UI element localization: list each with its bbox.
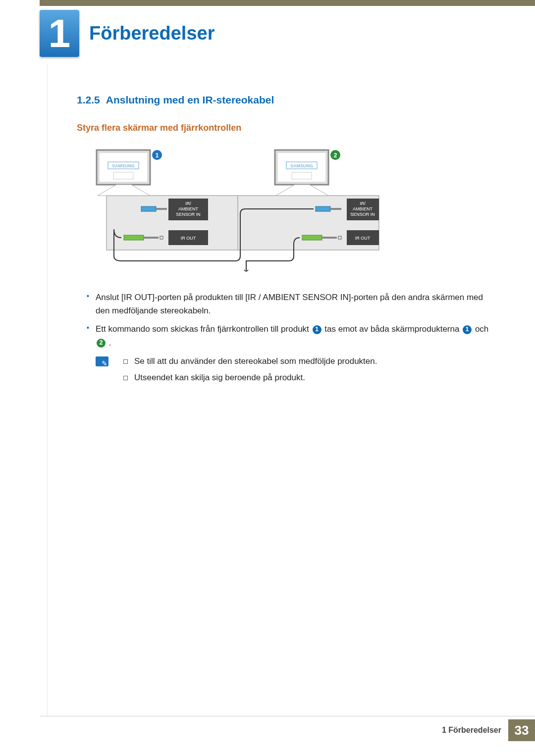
svg-marker-5 — [98, 185, 150, 196]
svg-rect-26 — [144, 237, 159, 239]
bullet-item: Ett kommando som skickas från fjärrkontr… — [82, 322, 495, 349]
note-item: Utseendet kan skilja sig beroende på pro… — [120, 371, 377, 385]
svg-text:IR/: IR/ — [360, 201, 366, 206]
chapter-number: 1 — [49, 11, 71, 56]
svg-text:SENSOR IN: SENSOR IN — [176, 212, 201, 217]
svg-text:IR/: IR/ — [185, 201, 191, 206]
inline-badge-1b: 1 — [463, 325, 472, 334]
ports-panel-bg — [107, 196, 379, 250]
monitor-2: SAMSUNG — [275, 150, 328, 196]
top-accent-bar — [40, 0, 535, 6]
svg-rect-25 — [124, 235, 144, 240]
svg-rect-22 — [156, 208, 167, 210]
svg-marker-11 — [276, 185, 328, 196]
inline-badge-2: 2 — [97, 339, 106, 348]
svg-rect-24 — [330, 208, 341, 210]
page: 1 Förberedelser 1.2.5Anslutning med en I… — [0, 0, 535, 756]
svg-rect-29 — [322, 237, 337, 239]
bullet-item: Anslut [IR OUT]-porten på produkten till… — [82, 291, 495, 317]
footer-chapter-ref: 1 Förberedelser — [442, 726, 501, 735]
monitor-brand-1: SAMSUNG — [112, 163, 135, 168]
bullet-list: Anslut [IR OUT]-porten på produkten till… — [77, 291, 495, 350]
section-number: 1.2.5 — [77, 94, 100, 105]
svg-rect-28 — [302, 235, 322, 240]
footer: 1 Förberedelser 33 — [442, 719, 535, 741]
chapter-title: Förberedelser — [89, 23, 214, 44]
connection-diagram: SAMSUNG 1 SAMSUNG 2 IR/ AMBIENT SENSOR I… — [87, 145, 394, 274]
svg-text:SENSOR IN: SENSOR IN — [350, 212, 375, 217]
content: 1.2.5Anslutning med en IR-stereokabel St… — [0, 94, 535, 387]
svg-rect-23 — [316, 206, 330, 211]
monitor-1: SAMSUNG — [97, 150, 150, 196]
svg-rect-21 — [141, 206, 156, 211]
sub-heading: Styra flera skärmar med fjärrkontrollen — [77, 123, 495, 133]
inline-badge-1: 1 — [313, 325, 321, 334]
section-title: Anslutning med en IR-stereokabel — [106, 94, 274, 105]
chapter-header: 1 Förberedelser — [40, 10, 214, 57]
section-heading: 1.2.5Anslutning med en IR-stereokabel — [77, 94, 495, 106]
page-number: 33 — [508, 719, 535, 741]
note-block: Se till att du använder den stereokabel … — [77, 354, 495, 387]
svg-text:AMBIENT: AMBIENT — [178, 206, 199, 211]
note-icon — [96, 356, 108, 366]
svg-text:1: 1 — [156, 152, 159, 159]
note-item: Se till att du använder den stereokabel … — [120, 354, 377, 369]
svg-text:2: 2 — [334, 152, 337, 159]
note-list: Se till att du använder den stereokabel … — [120, 354, 377, 387]
chapter-number-badge: 1 — [40, 10, 79, 57]
svg-text:IR OUT: IR OUT — [181, 236, 196, 241]
monitor-brand-2: SAMSUNG — [290, 163, 313, 168]
footer-rule — [40, 716, 535, 716]
svg-text:AMBIENT: AMBIENT — [353, 206, 373, 211]
svg-text:IR OUT: IR OUT — [355, 236, 371, 241]
